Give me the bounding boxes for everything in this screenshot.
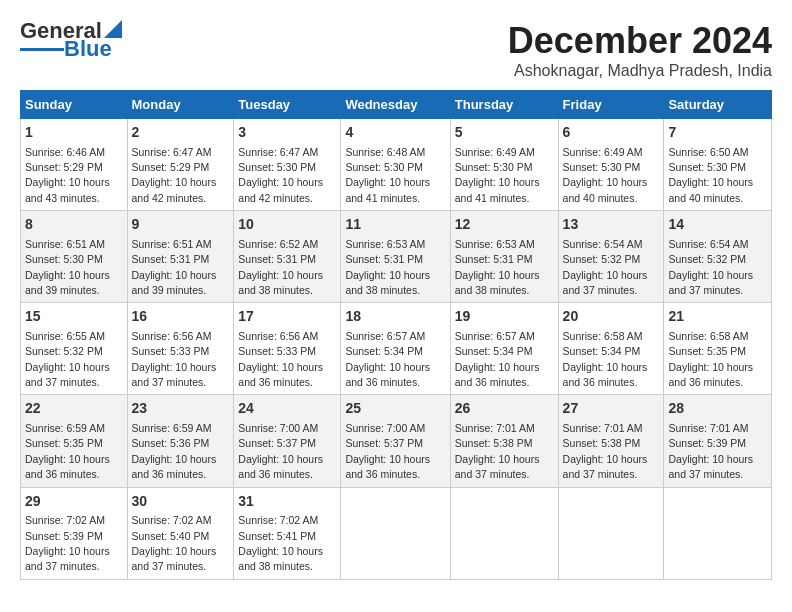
cell-text: Sunrise: 6:57 AMSunset: 5:34 PMDaylight:… (345, 330, 430, 388)
calendar-cell: 28Sunrise: 7:01 AMSunset: 5:39 PMDayligh… (664, 395, 772, 487)
col-header-saturday: Saturday (664, 91, 772, 119)
logo: General Blue (20, 20, 122, 60)
cell-text: Sunrise: 7:02 AMSunset: 5:39 PMDaylight:… (25, 514, 110, 572)
header-row: SundayMondayTuesdayWednesdayThursdayFrid… (21, 91, 772, 119)
calendar-cell: 15Sunrise: 6:55 AMSunset: 5:32 PMDayligh… (21, 303, 128, 395)
calendar-cell: 9Sunrise: 6:51 AMSunset: 5:31 PMDaylight… (127, 211, 234, 303)
day-number: 30 (132, 492, 230, 512)
calendar-cell: 5Sunrise: 6:49 AMSunset: 5:30 PMDaylight… (450, 119, 558, 211)
calendar-cell: 12Sunrise: 6:53 AMSunset: 5:31 PMDayligh… (450, 211, 558, 303)
cell-text: Sunrise: 7:02 AMSunset: 5:41 PMDaylight:… (238, 514, 323, 572)
day-number: 3 (238, 123, 336, 143)
cell-text: Sunrise: 7:02 AMSunset: 5:40 PMDaylight:… (132, 514, 217, 572)
calendar-cell: 27Sunrise: 7:01 AMSunset: 5:38 PMDayligh… (558, 395, 664, 487)
day-number: 5 (455, 123, 554, 143)
col-header-thursday: Thursday (450, 91, 558, 119)
calendar-cell: 6Sunrise: 6:49 AMSunset: 5:30 PMDaylight… (558, 119, 664, 211)
day-number: 21 (668, 307, 767, 327)
calendar-cell: 10Sunrise: 6:52 AMSunset: 5:31 PMDayligh… (234, 211, 341, 303)
calendar-week: 15Sunrise: 6:55 AMSunset: 5:32 PMDayligh… (21, 303, 772, 395)
day-number: 7 (668, 123, 767, 143)
day-number: 17 (238, 307, 336, 327)
calendar-cell: 16Sunrise: 6:56 AMSunset: 5:33 PMDayligh… (127, 303, 234, 395)
cell-text: Sunrise: 6:51 AMSunset: 5:31 PMDaylight:… (132, 238, 217, 296)
day-number: 14 (668, 215, 767, 235)
day-number: 22 (25, 399, 123, 419)
calendar-cell: 29Sunrise: 7:02 AMSunset: 5:39 PMDayligh… (21, 487, 128, 579)
cell-text: Sunrise: 6:54 AMSunset: 5:32 PMDaylight:… (563, 238, 648, 296)
calendar-cell: 24Sunrise: 7:00 AMSunset: 5:37 PMDayligh… (234, 395, 341, 487)
day-number: 31 (238, 492, 336, 512)
cell-text: Sunrise: 6:55 AMSunset: 5:32 PMDaylight:… (25, 330, 110, 388)
day-number: 20 (563, 307, 660, 327)
cell-text: Sunrise: 7:00 AMSunset: 5:37 PMDaylight:… (345, 422, 430, 480)
title-block: December 2024 Ashoknagar, Madhya Pradesh… (508, 20, 772, 80)
cell-text: Sunrise: 6:57 AMSunset: 5:34 PMDaylight:… (455, 330, 540, 388)
cell-text: Sunrise: 6:56 AMSunset: 5:33 PMDaylight:… (132, 330, 217, 388)
col-header-wednesday: Wednesday (341, 91, 450, 119)
calendar-cell: 26Sunrise: 7:01 AMSunset: 5:38 PMDayligh… (450, 395, 558, 487)
day-number: 6 (563, 123, 660, 143)
day-number: 10 (238, 215, 336, 235)
day-number: 15 (25, 307, 123, 327)
day-number: 24 (238, 399, 336, 419)
page-header: General Blue December 2024 Ashoknagar, M… (20, 20, 772, 80)
cell-text: Sunrise: 6:56 AMSunset: 5:33 PMDaylight:… (238, 330, 323, 388)
day-number: 9 (132, 215, 230, 235)
day-number: 13 (563, 215, 660, 235)
cell-text: Sunrise: 6:53 AMSunset: 5:31 PMDaylight:… (455, 238, 540, 296)
cell-text: Sunrise: 7:01 AMSunset: 5:39 PMDaylight:… (668, 422, 753, 480)
calendar-cell: 25Sunrise: 7:00 AMSunset: 5:37 PMDayligh… (341, 395, 450, 487)
day-number: 4 (345, 123, 445, 143)
calendar-cell: 4Sunrise: 6:48 AMSunset: 5:30 PMDaylight… (341, 119, 450, 211)
cell-text: Sunrise: 7:00 AMSunset: 5:37 PMDaylight:… (238, 422, 323, 480)
cell-text: Sunrise: 6:58 AMSunset: 5:35 PMDaylight:… (668, 330, 753, 388)
calendar-cell: 14Sunrise: 6:54 AMSunset: 5:32 PMDayligh… (664, 211, 772, 303)
logo-blue-text: Blue (64, 38, 112, 60)
col-header-monday: Monday (127, 91, 234, 119)
cell-text: Sunrise: 6:59 AMSunset: 5:36 PMDaylight:… (132, 422, 217, 480)
day-number: 28 (668, 399, 767, 419)
calendar-cell: 11Sunrise: 6:53 AMSunset: 5:31 PMDayligh… (341, 211, 450, 303)
day-number: 12 (455, 215, 554, 235)
day-number: 16 (132, 307, 230, 327)
day-number: 25 (345, 399, 445, 419)
calendar-cell: 30Sunrise: 7:02 AMSunset: 5:40 PMDayligh… (127, 487, 234, 579)
calendar-cell: 19Sunrise: 6:57 AMSunset: 5:34 PMDayligh… (450, 303, 558, 395)
calendar-table: SundayMondayTuesdayWednesdayThursdayFrid… (20, 90, 772, 580)
calendar-cell: 7Sunrise: 6:50 AMSunset: 5:30 PMDaylight… (664, 119, 772, 211)
col-header-sunday: Sunday (21, 91, 128, 119)
day-number: 2 (132, 123, 230, 143)
calendar-cell: 21Sunrise: 6:58 AMSunset: 5:35 PMDayligh… (664, 303, 772, 395)
cell-text: Sunrise: 6:49 AMSunset: 5:30 PMDaylight:… (563, 146, 648, 204)
cell-text: Sunrise: 7:01 AMSunset: 5:38 PMDaylight:… (563, 422, 648, 480)
day-number: 27 (563, 399, 660, 419)
col-header-friday: Friday (558, 91, 664, 119)
day-number: 26 (455, 399, 554, 419)
cell-text: Sunrise: 6:52 AMSunset: 5:31 PMDaylight:… (238, 238, 323, 296)
day-number: 11 (345, 215, 445, 235)
day-number: 18 (345, 307, 445, 327)
calendar-week: 22Sunrise: 6:59 AMSunset: 5:35 PMDayligh… (21, 395, 772, 487)
day-number: 1 (25, 123, 123, 143)
col-header-tuesday: Tuesday (234, 91, 341, 119)
cell-text: Sunrise: 6:47 AMSunset: 5:30 PMDaylight:… (238, 146, 323, 204)
calendar-cell: 8Sunrise: 6:51 AMSunset: 5:30 PMDaylight… (21, 211, 128, 303)
calendar-cell: 31Sunrise: 7:02 AMSunset: 5:41 PMDayligh… (234, 487, 341, 579)
calendar-cell: 3Sunrise: 6:47 AMSunset: 5:30 PMDaylight… (234, 119, 341, 211)
calendar-cell: 13Sunrise: 6:54 AMSunset: 5:32 PMDayligh… (558, 211, 664, 303)
calendar-cell: 20Sunrise: 6:58 AMSunset: 5:34 PMDayligh… (558, 303, 664, 395)
day-number: 19 (455, 307, 554, 327)
cell-text: Sunrise: 6:51 AMSunset: 5:30 PMDaylight:… (25, 238, 110, 296)
day-number: 8 (25, 215, 123, 235)
cell-text: Sunrise: 6:48 AMSunset: 5:30 PMDaylight:… (345, 146, 430, 204)
calendar-cell: 23Sunrise: 6:59 AMSunset: 5:36 PMDayligh… (127, 395, 234, 487)
calendar-cell: 17Sunrise: 6:56 AMSunset: 5:33 PMDayligh… (234, 303, 341, 395)
calendar-cell (341, 487, 450, 579)
calendar-week: 1Sunrise: 6:46 AMSunset: 5:29 PMDaylight… (21, 119, 772, 211)
cell-text: Sunrise: 6:49 AMSunset: 5:30 PMDaylight:… (455, 146, 540, 204)
cell-text: Sunrise: 6:46 AMSunset: 5:29 PMDaylight:… (25, 146, 110, 204)
cell-text: Sunrise: 6:47 AMSunset: 5:29 PMDaylight:… (132, 146, 217, 204)
cell-text: Sunrise: 6:50 AMSunset: 5:30 PMDaylight:… (668, 146, 753, 204)
day-number: 23 (132, 399, 230, 419)
